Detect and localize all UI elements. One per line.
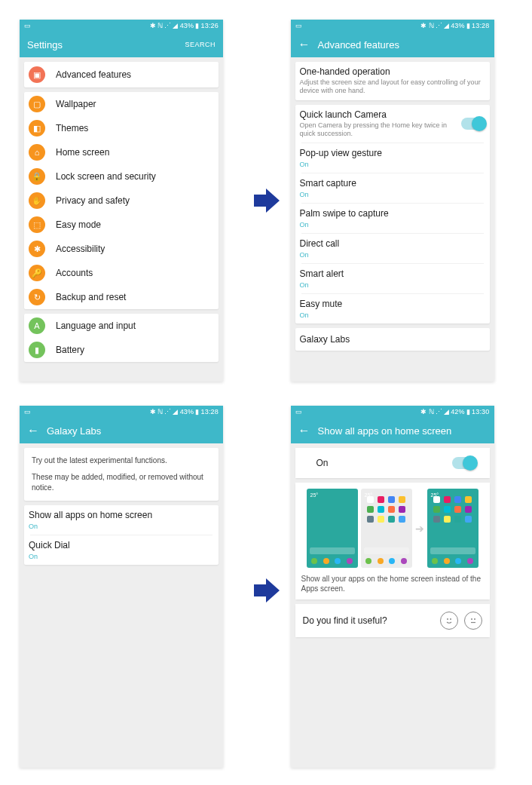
settings-item-privacy-and-safety[interactable]: ✋Privacy and safety	[24, 189, 219, 213]
page-title: Advanced features	[318, 39, 399, 51]
master-toggle[interactable]	[452, 457, 476, 469]
back-button[interactable]: ←	[27, 425, 39, 437]
signal-icon: ◢	[173, 22, 178, 29]
master-toggle-row[interactable]: On	[295, 448, 490, 478]
labs-intro: Try out the latest experimental function…	[24, 448, 219, 501]
clock: 13:26	[200, 22, 219, 29]
svg-point-3	[450, 618, 451, 620]
notification-icon: ▭	[295, 22, 302, 29]
phone-show-all-apps: ▭ ✱ℕ⋰◢ 42%▮ 13:30 ← Show all apps on hom…	[291, 406, 494, 768]
battery-pct: 43%	[180, 22, 194, 29]
settings-item-accessibility[interactable]: ✱Accessibility	[24, 237, 219, 261]
one-handed-operation[interactable]: One-handed operation Adjust the screen s…	[295, 62, 490, 100]
settings-item-easy-mode[interactable]: ⬚Easy mode	[24, 213, 219, 237]
feature-direct-call[interactable]: Direct callOn	[295, 234, 490, 263]
settings-item-themes[interactable]: ◧Themes	[24, 116, 219, 140]
preview-illustration: 25°25°➔25° Show all your apps on the hom…	[295, 483, 490, 599]
header: Settings SEARCH	[20, 32, 223, 57]
status-bar: ▭ ✱ℕ⋰◢ 43%▮ 13:28	[291, 20, 494, 32]
settings-item-backup-and-reset[interactable]: ↻Backup and reset	[24, 285, 219, 309]
settings-item-lock-screen-and-security[interactable]: 🔒Lock screen and security	[24, 164, 219, 189]
status-bar: ▭ ✱ℕ⋰◢ 42%▮ 13:30	[291, 406, 494, 418]
advanced-features-icon: ▣	[29, 66, 45, 83]
quick-launch-camera[interactable]: Quick launch Camera Open Camera by press…	[295, 105, 490, 143]
feature-smart-capture[interactable]: Smart captureOn	[295, 173, 490, 203]
svg-point-4	[471, 618, 472, 620]
wifi-icon: ⋰	[164, 22, 171, 29]
settings-icon: ↻	[29, 289, 45, 305]
feedback-neutral-button[interactable]	[464, 612, 482, 630]
feedback-row: Do you find it useful?	[295, 604, 490, 637]
svg-point-2	[447, 618, 448, 620]
feature-smart-alert[interactable]: Smart alertOn	[295, 264, 490, 293]
back-button[interactable]: ←	[298, 425, 310, 437]
svg-point-5	[474, 618, 475, 620]
settings-item-accounts[interactable]: 🔑Accounts	[24, 261, 219, 285]
settings-icon: ✱	[29, 241, 45, 257]
settings-item-battery[interactable]: ▮Battery	[24, 338, 219, 362]
settings-icon: 🔑	[29, 265, 45, 281]
svg-marker-0	[254, 189, 280, 213]
settings-icon: ◧	[29, 120, 45, 136]
mute-icon: ℕ	[157, 22, 163, 29]
search-button[interactable]: SEARCH	[185, 41, 216, 48]
settings-item-wallpaper[interactable]: ▢Wallpaper	[24, 92, 219, 116]
settings-icon: ▢	[29, 96, 45, 112]
settings-icon: A	[29, 317, 45, 334]
settings-icon: ⌂	[29, 144, 45, 161]
phone-advanced-features: ▭ ✱ℕ⋰◢ 43%▮ 13:28 ← Advanced features On…	[291, 20, 494, 382]
flow-arrow-icon	[251, 186, 281, 216]
svg-marker-1	[254, 578, 280, 603]
phone-galaxy-labs: ▭ ✱ℕ⋰◢ 43%▮ 13:28 ← Galaxy Labs Try out …	[20, 406, 223, 768]
back-button[interactable]: ←	[298, 38, 310, 51]
feature-pop-up-view-gesture[interactable]: Pop-up view gestureOn	[295, 143, 490, 173]
notification-icon: ▭	[24, 22, 31, 29]
settings-item-advanced-features[interactable]: ▣ Advanced features	[24, 62, 219, 87]
status-bar: ▭ ✱ ℕ ⋰ ◢ 43% ▮ 13:26	[20, 20, 223, 32]
battery-icon: ▮	[195, 22, 199, 29]
header: ← Show all apps on home screen	[291, 418, 494, 443]
galaxy-labs[interactable]: Galaxy Labs	[295, 328, 490, 351]
header: ← Galaxy Labs	[20, 418, 223, 443]
feature-easy-mute[interactable]: Easy muteOn	[295, 294, 490, 324]
page-title: Show all apps on home screen	[318, 425, 452, 437]
phone-settings: ▭ ✱ ℕ ⋰ ◢ 43% ▮ 13:26 Settings SEARCH ▣ …	[20, 20, 223, 382]
settings-icon: ⬚	[29, 216, 45, 233]
bluetooth-icon: ✱	[150, 22, 156, 29]
page-title: Settings	[27, 39, 63, 51]
feedback-happy-button[interactable]	[440, 612, 458, 630]
settings-icon: 🔒	[29, 168, 45, 185]
settings-icon: ▮	[29, 342, 45, 358]
quick-launch-camera-toggle[interactable]	[461, 118, 485, 130]
feature-palm-swipe-to-capture[interactable]: Palm swipe to captureOn	[295, 204, 490, 233]
header: ← Advanced features	[291, 32, 494, 57]
labs-item-show-all-apps-on-home-screen[interactable]: Show all apps on home screenOn	[24, 505, 219, 535]
flow-arrow-icon	[251, 575, 281, 606]
settings-item-language-and-input[interactable]: ALanguage and input	[24, 314, 219, 338]
labs-item-quick-dial[interactable]: Quick DialOn	[24, 535, 219, 565]
page-title: Galaxy Labs	[47, 425, 101, 437]
settings-item-home-screen[interactable]: ⌂Home screen	[24, 140, 219, 164]
settings-icon: ✋	[29, 192, 45, 209]
status-bar: ▭ ✱ℕ⋰◢ 43%▮ 13:28	[20, 406, 223, 418]
